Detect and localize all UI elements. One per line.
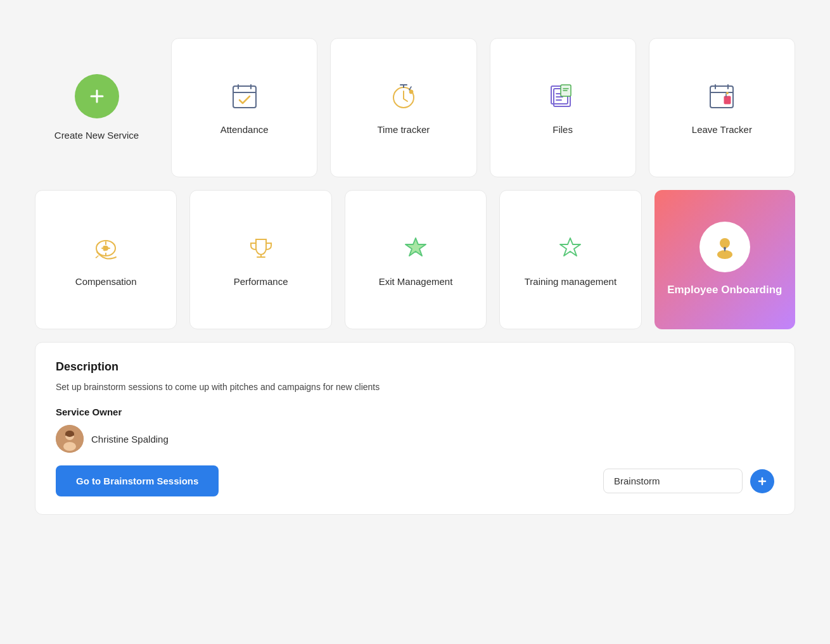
- time-tracker-icon: [387, 80, 420, 113]
- row1: Create New Service Attendance: [35, 38, 795, 177]
- exit-management-icon: [399, 232, 432, 265]
- exit-management-label: Exit Management: [379, 275, 453, 288]
- brainstorm-row: [603, 469, 774, 493]
- owner-name: Christine Spalding: [91, 434, 169, 445]
- files-card[interactable]: Files: [490, 38, 636, 177]
- files-label: Files: [552, 123, 573, 136]
- performance-card[interactable]: Performance: [189, 190, 331, 329]
- brainstorm-add-button[interactable]: [750, 469, 774, 493]
- employee-onboarding-label: Employee Onboarding: [667, 282, 782, 298]
- description-panel: Description Set up brainstorm sessions t…: [35, 342, 795, 515]
- compensation-icon: $: [89, 232, 122, 265]
- attendance-card[interactable]: Attendance: [171, 38, 317, 177]
- svg-text:$: $: [103, 244, 106, 252]
- svg-point-13: [720, 238, 730, 248]
- description-title: Description: [56, 360, 774, 374]
- time-tracker-card[interactable]: Time tracker: [330, 38, 476, 177]
- attendance-icon: [228, 80, 261, 113]
- svg-point-17: [63, 442, 76, 451]
- brainstorm-input[interactable]: [603, 469, 743, 493]
- employee-onboarding-icon: [699, 222, 750, 272]
- attendance-label: Attendance: [220, 123, 269, 136]
- svg-rect-7: [724, 96, 731, 104]
- performance-icon: [245, 232, 278, 265]
- training-management-card[interactable]: Training management: [499, 190, 641, 329]
- create-new-service-card[interactable]: Create New Service: [35, 38, 158, 177]
- time-tracker-label: Time tracker: [377, 123, 430, 136]
- bottom-row: Go to Brainstorm Sessions: [56, 465, 774, 496]
- owner-row: Christine Spalding: [56, 425, 774, 453]
- goto-brainstorm-button[interactable]: Go to Brainstorm Sessions: [56, 465, 219, 496]
- compensation-card[interactable]: $ Compensation: [35, 190, 177, 329]
- training-management-icon: [554, 232, 587, 265]
- employee-onboarding-card[interactable]: Employee Onboarding: [654, 190, 795, 329]
- svg-rect-0: [233, 86, 256, 108]
- exit-management-card[interactable]: Exit Management: [345, 190, 487, 329]
- svg-marker-11: [405, 238, 426, 256]
- compensation-label: Compensation: [75, 275, 137, 288]
- row2: $ Compensation Performance: [35, 190, 795, 329]
- create-new-service-label: Create New Service: [54, 129, 139, 142]
- owner-avatar: [56, 425, 84, 453]
- svg-point-8: [726, 92, 729, 94]
- files-icon: [546, 80, 579, 113]
- leave-tracker-label: Leave Tracker: [692, 123, 752, 136]
- training-management-label: Training management: [525, 275, 616, 288]
- svg-point-2: [409, 90, 413, 94]
- description-text: Set up brainstorm sessions to come up wi…: [56, 380, 774, 394]
- svg-marker-12: [560, 238, 580, 256]
- create-circle-icon: [75, 74, 119, 118]
- leave-tracker-icon: [705, 80, 738, 113]
- performance-label: Performance: [234, 275, 288, 288]
- service-owner-label: Service Owner: [56, 407, 774, 417]
- main-container: Create New Service Attendance: [35, 38, 795, 515]
- leave-tracker-card[interactable]: Leave Tracker: [649, 38, 795, 177]
